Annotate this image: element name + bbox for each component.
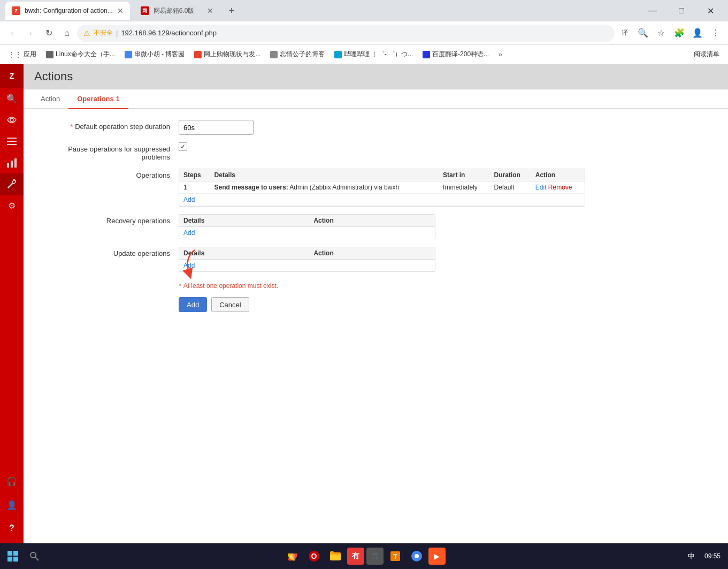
- browser-frame: Z bwxh: Configuration of action... ✕ 网 网…: [0, 0, 728, 569]
- taskbar-search[interactable]: [25, 547, 44, 566]
- duration-control: [179, 120, 712, 135]
- form-row-operations: Operations Steps Details Start in: [40, 169, 712, 207]
- start-in-cell: Immediately: [439, 181, 489, 194]
- recovery-label: Recovery operations: [40, 214, 179, 225]
- bookmark-button[interactable]: ☆: [653, 25, 669, 41]
- add-button[interactable]: Add: [179, 297, 207, 312]
- col-action: Action: [531, 169, 585, 181]
- bookmark-wangqing[interactable]: 忘情公子的博客: [266, 48, 329, 61]
- taskbar-windows[interactable]: [3, 547, 22, 566]
- svg-line-12: [35, 557, 39, 560]
- bookmark-bilibili[interactable]: 哔哩哔哩（ ゜- ゜）つ...: [330, 48, 417, 61]
- sidebar-item-user[interactable]: 👤: [0, 494, 24, 515]
- operations-add-link[interactable]: Add: [183, 196, 195, 203]
- recovery-header-row: Details Action: [179, 215, 435, 227]
- taskbar-app7[interactable]: T: [386, 547, 405, 566]
- pause-label: Pause operations for suppressed problems: [40, 142, 179, 161]
- error-control: * At least one operation must exist.: [179, 282, 712, 290]
- taskbar-app5[interactable]: 有: [347, 548, 364, 565]
- back-button[interactable]: ‹: [4, 25, 20, 41]
- profile-button[interactable]: 👤: [689, 25, 706, 41]
- sidebar-item-gear[interactable]: ⚙: [0, 195, 24, 216]
- bookmark-chuanwei[interactable]: 串微小胡 - 博客园: [120, 48, 189, 61]
- action-cell: Edit Remove: [531, 181, 585, 194]
- svg-point-11: [30, 552, 36, 558]
- sidebar-item-eye[interactable]: [0, 109, 24, 131]
- minimize-button[interactable]: —: [640, 3, 665, 19]
- checkmark-icon: ✓: [180, 143, 186, 150]
- recovery-add-link[interactable]: Add: [183, 229, 195, 237]
- col-duration: Duration: [490, 169, 531, 181]
- svg-point-0: [10, 118, 13, 122]
- bookmark-linux-label: Linux命令大全（手...: [56, 50, 115, 59]
- remove-link[interactable]: Remove: [548, 184, 572, 191]
- bookmarks-bar: ⋮⋮ 应用 Linux命令大全（手... 串微小胡 - 博客园 网上购物现状与发…: [0, 45, 728, 64]
- form-row-update: Update operations Details Action: [40, 247, 712, 274]
- recovery-add-cell: Add: [179, 227, 435, 239]
- bookmark-shop[interactable]: 网上购物现状与发...: [190, 48, 265, 61]
- operations-label: Operations: [40, 169, 179, 179]
- recovery-col-action: Action: [309, 215, 435, 227]
- address-bar[interactable]: ⚠ 不安全 | 192.168.96.129/actionconf.php: [77, 25, 615, 42]
- taskbar-files[interactable]: [326, 547, 345, 566]
- bookmark-apps-label: 应用: [24, 50, 36, 59]
- address-text: 192.168.96.129/actionconf.php: [121, 29, 608, 37]
- tab2-close[interactable]: ✕: [207, 6, 213, 15]
- sidebar-item-search[interactable]: 🔍: [0, 88, 24, 109]
- recovery-add-row: Add: [179, 227, 435, 239]
- pause-checkbox[interactable]: ✓: [179, 142, 187, 151]
- bookmark-readlist[interactable]: 阅读清单: [689, 48, 724, 61]
- taskbar-lang[interactable]: 中: [685, 551, 698, 561]
- taskbar-app6[interactable]: 🎵: [366, 548, 384, 565]
- error-spacer: [40, 282, 179, 284]
- buttons-row: Add Cancel: [40, 297, 712, 312]
- svg-rect-7: [7, 551, 12, 556]
- nav-bar: ‹ › ↻ ⌂ ⚠ 不安全 | 192.168.96.129/actioncon…: [0, 21, 728, 45]
- forward-button[interactable]: ›: [22, 25, 39, 41]
- sidebar-item-list[interactable]: [0, 131, 24, 152]
- details-cell: Send message to users: Admin (Zabbix Adm…: [210, 181, 439, 194]
- maximize-button[interactable]: □: [669, 3, 694, 19]
- home-button[interactable]: ⌂: [59, 25, 75, 41]
- tab-operations[interactable]: Operations 1: [68, 89, 128, 109]
- svg-rect-8: [13, 551, 18, 556]
- sidebar-item-wrench[interactable]: [0, 173, 24, 195]
- refresh-button[interactable]: ↻: [41, 25, 57, 41]
- col-details: Details: [210, 169, 439, 181]
- extension-button[interactable]: 🧩: [671, 25, 687, 41]
- add-row: Add: [179, 194, 585, 206]
- tab-action[interactable]: Action: [32, 89, 68, 109]
- bookmark-linux[interactable]: Linux命令大全（手...: [42, 48, 119, 61]
- taskbar-chrome2[interactable]: [407, 547, 426, 566]
- sidebar-logo[interactable]: Z: [0, 64, 24, 88]
- new-tab-button[interactable]: +: [224, 3, 239, 18]
- taskbar-play[interactable]: ▶: [428, 548, 446, 565]
- red-arrow: [179, 247, 221, 279]
- operations-header-row: Steps Details Start in Duration Action: [179, 169, 585, 181]
- bookmark-baidu-label: 百度翻译-200种语...: [432, 50, 489, 59]
- add-cell: Add: [179, 194, 585, 206]
- operations-table: Steps Details Start in Duration Action: [179, 169, 585, 206]
- error-asterisk: *: [179, 282, 183, 290]
- active-tab[interactable]: Z bwxh: Configuration of action... ✕: [5, 2, 130, 20]
- update-label: Update operations: [40, 247, 179, 257]
- taskbar-opera[interactable]: O: [304, 547, 324, 566]
- edit-link[interactable]: Edit: [535, 184, 547, 191]
- sidebar-item-chart[interactable]: [0, 152, 24, 173]
- close-button[interactable]: ✕: [698, 3, 723, 19]
- translate-button[interactable]: 译: [617, 25, 633, 41]
- tab1-close[interactable]: ✕: [117, 6, 124, 15]
- taskbar-chrome[interactable]: [283, 547, 302, 566]
- step-cell: 1: [179, 181, 210, 194]
- bookmark-apps[interactable]: ⋮⋮ 应用: [4, 48, 41, 61]
- recovery-col-details: Details: [179, 215, 309, 227]
- bookmark-baidu[interactable]: 百度翻译-200种语...: [418, 48, 493, 61]
- inactive-tab[interactable]: 网 网易邮箱6.0版 ✕: [134, 2, 220, 20]
- sidebar-item-headset[interactable]: 🎧: [0, 471, 24, 492]
- search-button[interactable]: 🔍: [635, 25, 651, 41]
- duration-input[interactable]: [179, 120, 254, 135]
- cancel-button[interactable]: Cancel: [211, 297, 249, 312]
- bookmark-more[interactable]: »: [494, 49, 507, 60]
- menu-button[interactable]: ⋮: [708, 25, 724, 41]
- sidebar-item-help[interactable]: ?: [0, 518, 24, 539]
